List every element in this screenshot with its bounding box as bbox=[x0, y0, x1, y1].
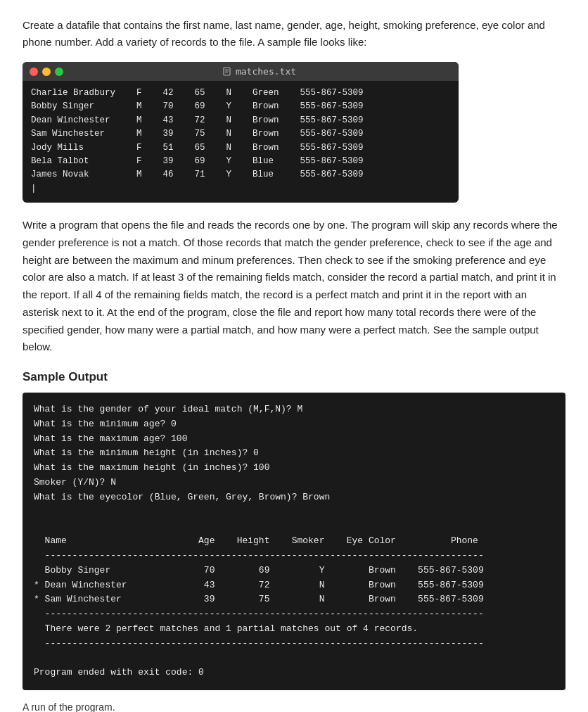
sample-output-heading: Sample Output bbox=[23, 370, 565, 384]
matches-file-terminal: matches.txt Charlie Bradbury F 42 65 N G… bbox=[23, 62, 459, 203]
description-paragraph: Write a program that opens the file and … bbox=[23, 217, 565, 356]
svg-rect-0 bbox=[224, 68, 230, 75]
terminal-titlebar: matches.txt bbox=[23, 62, 459, 81]
run-text: A run of the program. bbox=[23, 701, 565, 712]
intro-paragraph: Create a datafile that contains the firs… bbox=[23, 17, 565, 51]
close-dot bbox=[30, 68, 38, 76]
minimize-dot bbox=[42, 68, 51, 76]
terminal-filename: matches.txt bbox=[223, 66, 296, 77]
sample-output-terminal: What is the gender of your ideal match (… bbox=[23, 393, 565, 690]
maximize-dot bbox=[55, 68, 63, 76]
matches-file-content: Charlie Bradbury F 42 65 N Green 555-867… bbox=[23, 81, 459, 203]
